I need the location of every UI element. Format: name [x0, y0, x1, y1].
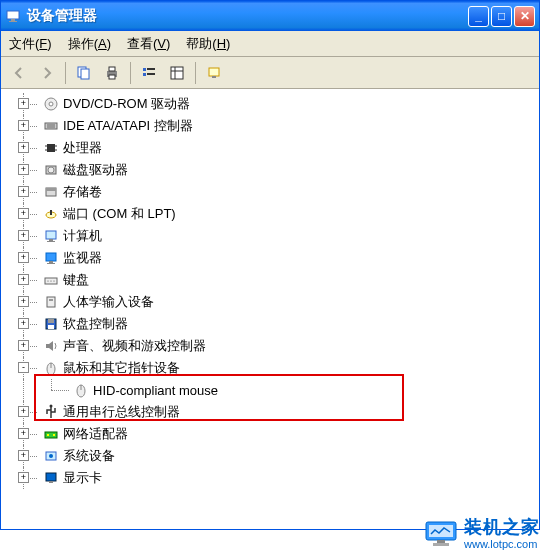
node-label: IDE ATA/ATAPI 控制器 [63, 117, 193, 135]
svg-rect-8 [143, 68, 146, 71]
back-button[interactable] [7, 61, 31, 85]
svg-rect-19 [45, 123, 57, 129]
tree-node-display[interactable]: +显示卡 [3, 467, 537, 489]
svg-rect-47 [48, 325, 54, 329]
expand-button[interactable]: + [18, 230, 29, 241]
svg-rect-59 [49, 481, 53, 483]
tree-node-ide[interactable]: +IDE ATA/ATAPI 控制器 [3, 115, 537, 137]
menu-action[interactable]: 操作(A) [68, 35, 111, 53]
tree-node-dvd[interactable]: +DVD/CD-ROM 驱动器 [3, 93, 537, 115]
expand-button[interactable]: + [18, 428, 29, 439]
svg-rect-2 [9, 21, 17, 22]
svg-point-28 [48, 167, 54, 173]
svg-rect-22 [47, 144, 55, 152]
svg-rect-55 [53, 434, 55, 436]
svg-point-57 [49, 454, 53, 458]
sound-icon [43, 338, 59, 354]
display-icon [43, 470, 59, 486]
floppy-icon [43, 316, 59, 332]
expand-button[interactable]: + [18, 340, 29, 351]
tree-node-mouse[interactable]: -鼠标和其它指针设备 [3, 357, 537, 379]
window-title: 设备管理器 [27, 7, 468, 25]
pages-button[interactable] [72, 61, 96, 85]
mouse-icon [73, 382, 89, 398]
svg-point-40 [48, 281, 49, 282]
expand-button[interactable]: + [18, 142, 29, 153]
svg-rect-16 [212, 76, 216, 78]
node-label: 系统设备 [63, 447, 115, 465]
node-label: 磁盘驱动器 [63, 161, 128, 179]
node-label: 鼠标和其它指针设备 [63, 359, 180, 377]
minimize-button[interactable]: _ [468, 6, 489, 27]
port-icon [43, 206, 59, 222]
menu-help[interactable]: 帮助(H) [186, 35, 230, 53]
toolbar [1, 57, 539, 89]
tree-node-cpu[interactable]: +处理器 [3, 137, 537, 159]
expand-button[interactable]: + [18, 120, 29, 131]
monitor-icon [424, 520, 458, 548]
tree-node-computer[interactable]: +计算机 [3, 225, 537, 247]
tree-node-net[interactable]: +网络适配器 [3, 423, 537, 445]
svg-point-52 [50, 405, 53, 408]
svg-rect-37 [49, 261, 53, 263]
svg-rect-34 [49, 239, 53, 241]
svg-rect-38 [47, 263, 55, 264]
device-manager-window: 设备管理器 _ □ ✕ 文件(F) 操作(A) 查看(V) 帮助(H) +DVD… [0, 0, 540, 530]
print-button[interactable] [100, 61, 124, 85]
expand-button[interactable]: + [18, 406, 29, 417]
refresh-button[interactable] [202, 61, 226, 85]
expand-button[interactable]: + [18, 450, 29, 461]
node-label: 声音、视频和游戏控制器 [63, 337, 206, 355]
tree-node-vol[interactable]: +存储卷 [3, 181, 537, 203]
device-tree[interactable]: +DVD/CD-ROM 驱动器+IDE ATA/ATAPI 控制器+处理器+磁盘… [1, 89, 539, 529]
expand-button[interactable]: + [18, 318, 29, 329]
tree-node-keyboard[interactable]: +键盘 [3, 269, 537, 291]
expand-button[interactable]: + [18, 186, 29, 197]
svg-point-18 [49, 102, 53, 106]
expand-button[interactable]: + [18, 472, 29, 483]
mouse-icon [43, 360, 59, 376]
svg-rect-10 [143, 73, 146, 76]
expand-button[interactable]: + [18, 252, 29, 263]
tree-node-usb[interactable]: +通用串行总线控制器 [3, 401, 537, 423]
svg-rect-54 [47, 434, 49, 436]
expand-button[interactable]: + [18, 208, 29, 219]
keyboard-icon [43, 272, 59, 288]
menu-view[interactable]: 查看(V) [127, 35, 170, 53]
usb-icon [43, 404, 59, 420]
node-label: 网络适配器 [63, 425, 128, 443]
menu-file[interactable]: 文件(F) [9, 35, 52, 53]
watermark: 装机之家 www.lotpc.com [424, 518, 540, 550]
toolbar-separator [130, 62, 131, 84]
expand-button[interactable]: + [18, 98, 29, 109]
titlebar[interactable]: 设备管理器 _ □ ✕ [1, 1, 539, 31]
expand-button[interactable]: + [18, 296, 29, 307]
node-label: 端口 (COM 和 LPT) [63, 205, 176, 223]
node-label: 键盘 [63, 271, 89, 289]
expand-button[interactable]: + [18, 274, 29, 285]
close-button[interactable]: ✕ [514, 6, 535, 27]
svg-rect-35 [47, 241, 55, 242]
tree-node-disk[interactable]: +磁盘驱动器 [3, 159, 537, 181]
list-button[interactable] [137, 61, 161, 85]
toolbar-separator [195, 62, 196, 84]
tree-node-monitor[interactable]: +监视器 [3, 247, 537, 269]
expand-button[interactable]: - [18, 362, 29, 373]
tree-node-sound[interactable]: +声音、视频和游戏控制器 [3, 335, 537, 357]
svg-rect-6 [109, 67, 115, 71]
tree-child-node[interactable]: HID-compliant mouse [3, 379, 537, 401]
forward-button[interactable] [35, 61, 59, 85]
tree-node-system[interactable]: +系统设备 [3, 445, 537, 467]
detail-button[interactable] [165, 61, 189, 85]
tree-node-port[interactable]: +端口 (COM 和 LPT) [3, 203, 537, 225]
svg-rect-12 [171, 67, 183, 79]
maximize-button[interactable]: □ [491, 6, 512, 27]
node-label: 处理器 [63, 139, 102, 157]
dvd-icon [43, 96, 59, 112]
node-label: 计算机 [63, 227, 102, 245]
tree-node-hid[interactable]: +人体学输入设备 [3, 291, 537, 313]
svg-rect-62 [437, 540, 445, 543]
expand-button[interactable]: + [18, 164, 29, 175]
cpu-icon [43, 140, 59, 156]
tree-node-floppy[interactable]: +软盘控制器 [3, 313, 537, 335]
